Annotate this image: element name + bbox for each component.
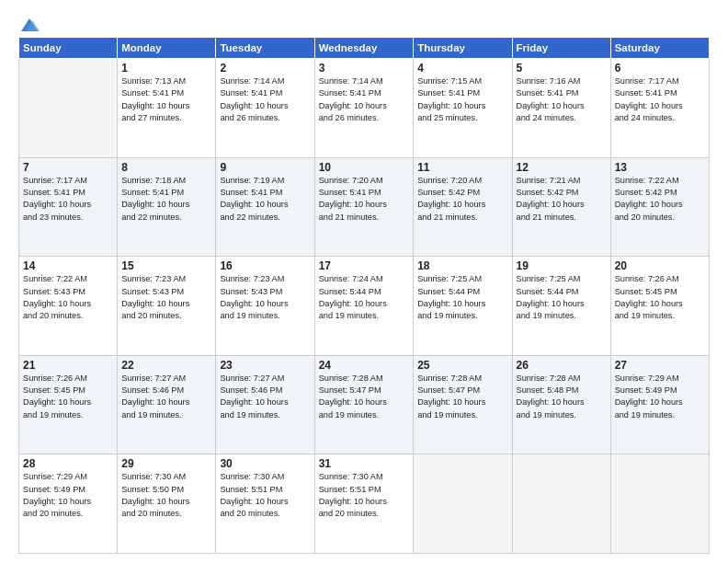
calendar-cell: 21Sunrise: 7:26 AM Sunset: 5:45 PM Dayli… <box>19 355 118 454</box>
day-info: Sunrise: 7:17 AM Sunset: 5:41 PM Dayligh… <box>615 75 705 124</box>
day-number: 8 <box>121 161 211 174</box>
calendar-cell: 20Sunrise: 7:26 AM Sunset: 5:45 PM Dayli… <box>610 257 709 356</box>
day-info: Sunrise: 7:23 AM Sunset: 5:43 PM Dayligh… <box>220 273 310 322</box>
day-number: 10 <box>319 161 410 174</box>
day-info: Sunrise: 7:21 AM Sunset: 5:42 PM Dayligh… <box>517 175 607 224</box>
calendar-header-friday: Friday <box>512 38 610 59</box>
calendar-header-wednesday: Wednesday <box>314 38 414 59</box>
page: SundayMondayTuesdayWednesdayThursdayFrid… <box>0 0 728 563</box>
day-info: Sunrise: 7:29 AM Sunset: 5:49 PM Dayligh… <box>615 373 705 421</box>
day-info: Sunrise: 7:28 AM Sunset: 5:48 PM Dayligh… <box>517 373 607 421</box>
day-info: Sunrise: 7:28 AM Sunset: 5:47 PM Dayligh… <box>319 373 410 421</box>
calendar-cell: 5Sunrise: 7:16 AM Sunset: 5:41 PM Daylig… <box>512 59 610 158</box>
day-number: 1 <box>121 62 211 75</box>
day-number: 24 <box>319 359 410 372</box>
calendar-cell: 16Sunrise: 7:23 AM Sunset: 5:43 PM Dayli… <box>216 257 314 356</box>
day-info: Sunrise: 7:25 AM Sunset: 5:44 PM Dayligh… <box>417 273 507 322</box>
day-number: 4 <box>417 62 507 75</box>
day-info: Sunrise: 7:30 AM Sunset: 5:50 PM Dayligh… <box>121 471 211 520</box>
day-info: Sunrise: 7:22 AM Sunset: 5:43 PM Dayligh… <box>23 273 113 322</box>
day-info: Sunrise: 7:24 AM Sunset: 5:44 PM Dayligh… <box>319 273 410 322</box>
day-info: Sunrise: 7:20 AM Sunset: 5:42 PM Dayligh… <box>417 175 507 224</box>
day-number: 27 <box>615 359 705 372</box>
calendar-cell: 9Sunrise: 7:19 AM Sunset: 5:41 PM Daylig… <box>216 157 314 257</box>
calendar-cell: 15Sunrise: 7:23 AM Sunset: 5:43 PM Dayli… <box>118 257 216 356</box>
calendar-cell: 6Sunrise: 7:17 AM Sunset: 5:41 PM Daylig… <box>610 59 709 158</box>
calendar-cell: 27Sunrise: 7:29 AM Sunset: 5:49 PM Dayli… <box>610 355 709 454</box>
calendar-cell: 7Sunrise: 7:17 AM Sunset: 5:41 PM Daylig… <box>19 157 118 257</box>
calendar-cell <box>610 454 709 554</box>
calendar-cell: 22Sunrise: 7:27 AM Sunset: 5:46 PM Dayli… <box>118 355 216 454</box>
calendar-cell: 3Sunrise: 7:14 AM Sunset: 5:41 PM Daylig… <box>314 59 414 158</box>
calendar-week-2: 7Sunrise: 7:17 AM Sunset: 5:41 PM Daylig… <box>19 157 710 257</box>
calendar-week-3: 14Sunrise: 7:22 AM Sunset: 5:43 PM Dayli… <box>19 257 710 356</box>
calendar-week-5: 28Sunrise: 7:29 AM Sunset: 5:49 PM Dayli… <box>19 454 710 554</box>
day-number: 30 <box>220 457 310 470</box>
day-info: Sunrise: 7:27 AM Sunset: 5:46 PM Dayligh… <box>121 373 211 421</box>
day-number: 3 <box>319 62 410 75</box>
calendar-cell: 14Sunrise: 7:22 AM Sunset: 5:43 PM Dayli… <box>19 257 118 356</box>
day-info: Sunrise: 7:13 AM Sunset: 5:41 PM Dayligh… <box>121 75 211 124</box>
calendar-cell: 11Sunrise: 7:20 AM Sunset: 5:42 PM Dayli… <box>414 157 512 257</box>
day-number: 17 <box>319 259 410 272</box>
day-number: 31 <box>319 457 410 470</box>
calendar-week-1: 1Sunrise: 7:13 AM Sunset: 5:41 PM Daylig… <box>19 59 710 158</box>
calendar-cell: 10Sunrise: 7:20 AM Sunset: 5:41 PM Dayli… <box>314 157 414 257</box>
day-info: Sunrise: 7:27 AM Sunset: 5:46 PM Dayligh… <box>220 373 310 421</box>
day-info: Sunrise: 7:14 AM Sunset: 5:41 PM Dayligh… <box>319 75 410 124</box>
calendar-cell <box>512 454 610 554</box>
day-number: 12 <box>517 161 607 174</box>
day-info: Sunrise: 7:14 AM Sunset: 5:41 PM Dayligh… <box>220 75 310 124</box>
calendar-cell: 8Sunrise: 7:18 AM Sunset: 5:41 PM Daylig… <box>118 157 216 257</box>
calendar-cell: 29Sunrise: 7:30 AM Sunset: 5:50 PM Dayli… <box>118 454 216 554</box>
day-info: Sunrise: 7:17 AM Sunset: 5:41 PM Dayligh… <box>23 175 113 224</box>
calendar-header-tuesday: Tuesday <box>216 38 314 59</box>
calendar-week-4: 21Sunrise: 7:26 AM Sunset: 5:45 PM Dayli… <box>19 355 710 454</box>
calendar-cell <box>19 59 118 158</box>
calendar-table: SundayMondayTuesdayWednesdayThursdayFrid… <box>18 37 710 554</box>
calendar-header-saturday: Saturday <box>610 38 709 59</box>
day-info: Sunrise: 7:28 AM Sunset: 5:47 PM Dayligh… <box>417 373 507 421</box>
day-number: 21 <box>23 359 113 372</box>
day-number: 13 <box>615 161 705 174</box>
calendar-cell <box>414 454 512 554</box>
calendar-cell: 17Sunrise: 7:24 AM Sunset: 5:44 PM Dayli… <box>314 257 414 356</box>
day-number: 2 <box>220 62 310 75</box>
day-info: Sunrise: 7:25 AM Sunset: 5:44 PM Dayligh… <box>517 273 607 322</box>
day-number: 7 <box>23 161 113 174</box>
calendar-cell: 12Sunrise: 7:21 AM Sunset: 5:42 PM Dayli… <box>512 157 610 257</box>
day-info: Sunrise: 7:20 AM Sunset: 5:41 PM Dayligh… <box>319 175 410 224</box>
calendar-cell: 19Sunrise: 7:25 AM Sunset: 5:44 PM Dayli… <box>512 257 610 356</box>
calendar-cell: 4Sunrise: 7:15 AM Sunset: 5:41 PM Daylig… <box>414 59 512 158</box>
calendar-cell: 28Sunrise: 7:29 AM Sunset: 5:49 PM Dayli… <box>19 454 118 554</box>
day-info: Sunrise: 7:29 AM Sunset: 5:49 PM Dayligh… <box>23 471 113 520</box>
day-number: 6 <box>615 62 705 75</box>
day-info: Sunrise: 7:26 AM Sunset: 5:45 PM Dayligh… <box>23 373 113 421</box>
calendar-cell: 1Sunrise: 7:13 AM Sunset: 5:41 PM Daylig… <box>118 59 216 158</box>
day-info: Sunrise: 7:19 AM Sunset: 5:41 PM Dayligh… <box>220 175 310 224</box>
day-info: Sunrise: 7:15 AM Sunset: 5:41 PM Dayligh… <box>417 75 507 124</box>
header <box>18 17 710 29</box>
logo-icon <box>19 17 40 33</box>
day-number: 15 <box>121 259 211 272</box>
day-number: 28 <box>23 457 113 470</box>
day-number: 18 <box>417 259 507 272</box>
day-number: 11 <box>417 161 507 174</box>
day-number: 22 <box>121 359 211 372</box>
day-number: 29 <box>121 457 211 470</box>
day-number: 5 <box>517 62 607 75</box>
day-info: Sunrise: 7:22 AM Sunset: 5:42 PM Dayligh… <box>615 175 705 224</box>
calendar-header-thursday: Thursday <box>414 38 512 59</box>
day-number: 16 <box>220 259 310 272</box>
calendar-body: 1Sunrise: 7:13 AM Sunset: 5:41 PM Daylig… <box>19 59 710 554</box>
day-info: Sunrise: 7:23 AM Sunset: 5:43 PM Dayligh… <box>121 273 211 322</box>
day-info: Sunrise: 7:30 AM Sunset: 5:51 PM Dayligh… <box>220 471 310 520</box>
calendar-cell: 18Sunrise: 7:25 AM Sunset: 5:44 PM Dayli… <box>414 257 512 356</box>
calendar-cell: 26Sunrise: 7:28 AM Sunset: 5:48 PM Dayli… <box>512 355 610 454</box>
calendar-cell: 24Sunrise: 7:28 AM Sunset: 5:47 PM Dayli… <box>314 355 414 454</box>
calendar-header-sunday: Sunday <box>19 38 118 59</box>
day-number: 14 <box>23 259 113 272</box>
calendar-cell: 2Sunrise: 7:14 AM Sunset: 5:41 PM Daylig… <box>216 59 314 158</box>
calendar-cell: 30Sunrise: 7:30 AM Sunset: 5:51 PM Dayli… <box>216 454 314 554</box>
day-info: Sunrise: 7:16 AM Sunset: 5:41 PM Dayligh… <box>517 75 607 124</box>
